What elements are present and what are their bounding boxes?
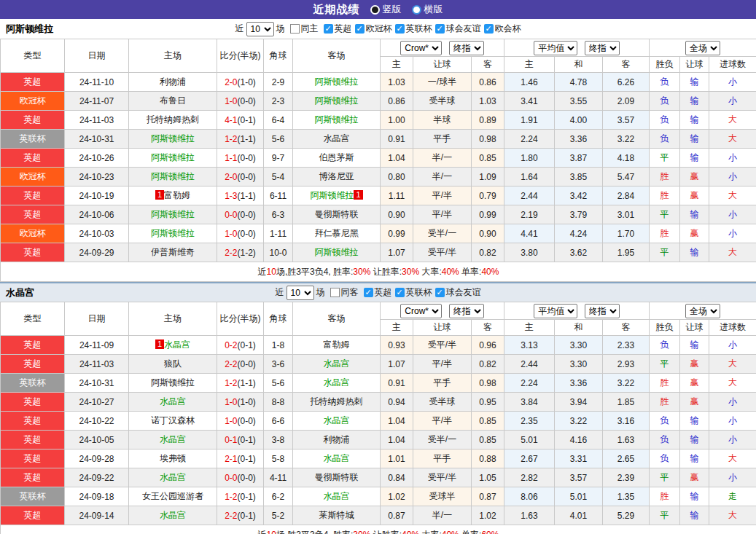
- summary-stat-value: 30%: [353, 267, 370, 277]
- team-link: 曼彻斯特联: [315, 472, 359, 482]
- recent-count-select[interactable]: 10: [287, 286, 314, 300]
- league-checkbox-label: 英联杯: [406, 286, 432, 299]
- league-checkbox[interactable]: ✓球会友谊: [435, 23, 481, 35]
- radio-unselected-icon[interactable]: [412, 5, 421, 15]
- fulltime-score: 0-2: [225, 340, 237, 350]
- result-outcome: 胜: [650, 374, 680, 393]
- away-team: 阿斯顿维拉1: [293, 186, 381, 205]
- league-checkbox-label: 英联杯: [406, 23, 432, 35]
- checkbox-unchecked-icon[interactable]: [330, 288, 340, 297]
- odds-handicap: 受平/半: [413, 336, 472, 355]
- odds-handicap: 半/一: [413, 168, 472, 186]
- home-team: 1富勒姆: [129, 186, 217, 205]
- home-team: 诺丁汉森林: [129, 412, 217, 431]
- sub-header-goals: 进球数: [709, 57, 756, 73]
- league-checkbox[interactable]: ✓球会友谊: [435, 286, 481, 299]
- home-team: 阿斯顿维拉: [129, 149, 217, 168]
- section-aston-villa: 阿斯顿维拉 近 10 场 同主 ✓英超✓欧冠杯✓英联杯✓球会友谊✓欧会杯 类型 …: [0, 19, 756, 282]
- page-title: 近期战绩: [313, 3, 360, 17]
- checkbox-checked-icon[interactable]: ✓: [364, 288, 373, 297]
- same-venue-checkbox[interactable]: 同客: [330, 286, 359, 299]
- team-link: 水晶宫: [160, 434, 186, 444]
- result-handicap: 输: [680, 336, 709, 355]
- filter-row: 阿斯顿维拉 近 10 场 同主 ✓英超✓欧冠杯✓英联杯✓球会友谊✓欧会杯: [0, 19, 756, 39]
- fulltime-score: 1-2: [225, 378, 237, 388]
- bookmaker-select[interactable]: Crow*: [400, 41, 442, 55]
- home-team: 女王公园巡游者: [129, 487, 217, 506]
- league-checkbox[interactable]: ✓欧会杯: [484, 23, 521, 35]
- league-checkbox[interactable]: ✓英超: [324, 23, 352, 35]
- league-checkbox[interactable]: ✓英联杯: [395, 23, 432, 35]
- checkbox-checked-icon[interactable]: ✓: [484, 24, 494, 34]
- summary-text: 场,胜3平3负4, 胜率:: [276, 530, 353, 534]
- result-handicap: 输: [680, 449, 709, 468]
- checkbox-checked-icon[interactable]: ✓: [355, 24, 365, 34]
- avg-away-odds: 5.29: [603, 506, 650, 525]
- corner-count: 5-4: [264, 168, 293, 186]
- odds-time-select[interactable]: 终指: [449, 41, 484, 55]
- col-header-date: 日期: [65, 302, 129, 336]
- avg-home-odds: 2.35: [504, 412, 555, 431]
- scope-select[interactable]: 全场: [685, 41, 720, 55]
- result-handicap: 赢: [680, 168, 709, 186]
- result-handicap: 输: [680, 92, 709, 111]
- league-badge: 英联杯: [1, 374, 65, 393]
- matches-label: 场: [316, 286, 325, 299]
- team-link: 伯恩茅斯: [319, 152, 354, 162]
- avg-away-odds: 3.01: [603, 205, 650, 224]
- league-checkbox[interactable]: ✓欧冠杯: [355, 23, 392, 35]
- sub-header-avg-draw: 和: [555, 57, 603, 73]
- match-score: 2-0(0-0): [217, 168, 264, 186]
- team-link: 诺丁汉森林: [151, 415, 195, 425]
- league-badge: 英超: [1, 149, 65, 168]
- avg-home-odds: 1.46: [504, 73, 555, 92]
- checkbox-checked-icon[interactable]: ✓: [395, 288, 405, 297]
- average-select[interactable]: 平均值: [534, 41, 577, 55]
- avg-away-odds: 3.22: [603, 130, 650, 149]
- radio-selected-icon[interactable]: [370, 5, 380, 15]
- result-outcome: 平: [650, 149, 680, 168]
- same-venue-checkbox[interactable]: 同主: [290, 23, 319, 35]
- match-score: 0-0(0-0): [217, 468, 264, 487]
- result-handicap: 输: [680, 506, 709, 525]
- checkbox-checked-icon[interactable]: ✓: [435, 288, 445, 297]
- avg-away-odds: 2.33: [603, 336, 650, 355]
- odds-away: 1.02: [472, 506, 504, 525]
- checkbox-checked-icon[interactable]: ✓: [324, 24, 333, 34]
- checkbox-unchecked-icon[interactable]: [290, 24, 300, 34]
- team-link: 阿斯顿维拉: [151, 133, 195, 144]
- avg-draw-odds: 3.42: [555, 186, 603, 205]
- league-checkbox[interactable]: ✓英联杯: [395, 286, 432, 299]
- radio-vertical-layout[interactable]: 竖版: [370, 3, 402, 16]
- odds-handicap: 半球: [413, 111, 472, 130]
- bookmaker-select[interactable]: Crow*: [400, 304, 442, 318]
- result-goals: 小: [709, 205, 756, 224]
- odds-handicap: 受球半: [413, 487, 472, 506]
- summary-line: 近10场,胜3平3负4, 胜率:30% 让胜率:30% 大率:40% 单率:40…: [1, 262, 756, 282]
- odds-time-select[interactable]: 终指: [449, 304, 484, 318]
- match-date: 24-11-10: [65, 73, 129, 92]
- avg-home-odds: 2.24: [504, 130, 555, 149]
- radio-horizontal-layout[interactable]: 横版: [412, 3, 443, 16]
- team-link: 水晶宫: [324, 377, 350, 388]
- checkbox-checked-icon[interactable]: ✓: [435, 24, 445, 34]
- col-header-score: 比分(半场): [217, 302, 264, 336]
- average-group-header: 平均值 终指: [504, 39, 650, 57]
- scope-select[interactable]: 全场: [685, 304, 720, 318]
- avg-time-select[interactable]: 终指: [585, 41, 620, 55]
- team-link: 水晶宫: [160, 396, 186, 407]
- match-row: 英超24-09-14水晶宫2-2(0-1)5-2莱斯特城0.87半/一1.021…: [1, 506, 756, 525]
- checkbox-checked-icon[interactable]: ✓: [395, 24, 405, 34]
- avg-away-odds: 1.63: [603, 431, 650, 449]
- result-handicap: 输: [680, 487, 709, 506]
- recent-count-select[interactable]: 10: [246, 22, 274, 36]
- avg-time-select[interactable]: 终指: [585, 304, 620, 318]
- home-team: 布鲁日: [129, 92, 217, 111]
- league-badge: 英超: [1, 186, 65, 205]
- average-select[interactable]: 平均值: [534, 304, 577, 318]
- match-score: 2-2(0-1): [217, 506, 264, 525]
- team-link: 阿斯顿维拉: [151, 377, 195, 388]
- match-row: 英超24-10-26阿斯顿维拉1-1(0-0)9-7伯恩茅斯1.04半/一0.8…: [1, 149, 756, 168]
- avg-away-odds: 4.18: [603, 149, 650, 168]
- league-checkbox[interactable]: ✓英超: [364, 286, 392, 299]
